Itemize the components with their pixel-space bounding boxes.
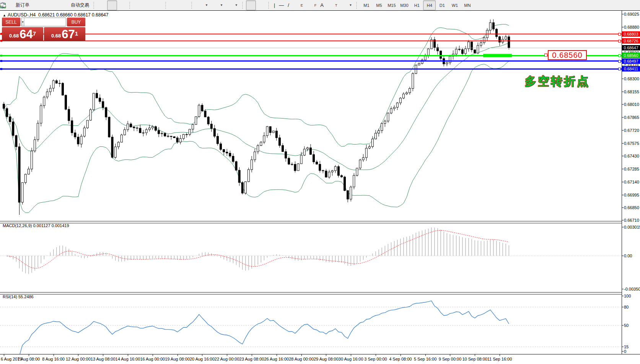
horizontal-line-button[interactable]: — [277, 0, 286, 10]
line-anchor[interactable] [0, 55, 2, 57]
metaquotes-button[interactable] [31, 0, 41, 10]
cursor-button[interactable] [246, 0, 256, 10]
price-label-anchor[interactable] [544, 54, 547, 57]
toolbar-group-handle[interactable] [191, 2, 194, 9]
current-price-line[interactable] [0, 48, 622, 48]
templates-button[interactable]: ▼ [225, 0, 240, 10]
toolbar-group-handle[interactable] [129, 2, 132, 9]
price-tick-mark [622, 130, 624, 130]
timeframe-m15-button[interactable]: M15 [385, 0, 398, 10]
candlestick-button[interactable] [107, 0, 117, 10]
chat-icon[interactable] [629, 2, 635, 8]
horizontal-line[interactable] [0, 55, 622, 56]
indicators-button[interactable]: ▼ [195, 0, 210, 10]
cn-text-annotation[interactable]: 多空转折点 [525, 74, 590, 89]
tile-windows-button[interactable] [153, 0, 163, 10]
panel-splitter-macd[interactable] [0, 221, 622, 223]
sell-price-main: 64 [20, 29, 33, 40]
volume-decrease-button[interactable]: ▼ [21, 18, 24, 26]
trendline-button[interactable]: / [286, 0, 291, 10]
community-button[interactable] [41, 0, 51, 10]
toolbar-group-handle[interactable] [268, 2, 270, 9]
collapse-arrow-icon[interactable]: ▲ [3, 13, 6, 17]
volume-input[interactable] [24, 18, 66, 26]
line-chart-button[interactable] [117, 0, 127, 10]
text-button[interactable]: A [318, 0, 326, 10]
crosshair-icon [258, 2, 264, 8]
new-order-button-label: 新订单 [16, 2, 29, 8]
autotrading-button[interactable]: 自动交易 [61, 0, 91, 10]
autotrading-button-label: 自动交易 [71, 2, 89, 8]
time-tick-label: 16 Aug 00:00 [140, 357, 165, 361]
sell-price-box[interactable]: 0.68 64 7 [2, 27, 43, 41]
macd-panel-canvas[interactable] [0, 223, 622, 292]
buy-price-box[interactable]: 0.68 67 1 [44, 27, 85, 41]
timeframe-m5-button[interactable]: M5 [373, 0, 385, 10]
arrows-button[interactable]: ▼ [339, 0, 354, 10]
line-anchor[interactable] [618, 68, 621, 70]
timeframe-h1-button[interactable]: H1 [410, 0, 423, 10]
channel-button[interactable]: E [291, 0, 305, 10]
price-label-annotation[interactable]: 0.68560 [548, 50, 587, 60]
chart-window: 6 Aug 20197 Aug 08:008 Aug 16:0012 Aug 0… [0, 10, 640, 364]
timeframe-h4-button[interactable]: H4 [423, 0, 436, 10]
price-tick-label: 0.68300 [624, 76, 639, 81]
crosshair-button[interactable] [256, 0, 266, 10]
zoom-out-icon [145, 2, 151, 8]
price-tick-mark [622, 220, 624, 221]
new-order-button[interactable]: 新订单 [6, 0, 31, 10]
timeframe-m1-button[interactable]: M1 [360, 0, 373, 10]
macd-tick-label: 0.003015 [624, 225, 640, 229]
time-tick-mark [450, 354, 450, 356]
horizontal-line[interactable] [0, 34, 622, 34]
search-icon[interactable] [617, 2, 623, 8]
line-anchor[interactable] [618, 54, 621, 57]
time-axis[interactable]: 6 Aug 20197 Aug 08:008 Aug 16:0012 Aug 0… [0, 354, 640, 364]
horizontal-line[interactable] [0, 41, 622, 41]
toolbar-group-handle[interactable] [242, 2, 244, 9]
signals-button[interactable] [51, 0, 61, 10]
bar-chart-icon [99, 2, 105, 8]
time-tick-label: 11 Sep 16:00 [487, 357, 512, 361]
time-tick-label: 30 Aug 16:00 [339, 357, 363, 361]
label-button[interactable]: T [326, 0, 339, 10]
price-tick-mark [622, 195, 624, 195]
timeframe-d1-button[interactable]: D1 [436, 0, 448, 10]
price-tick-mark [622, 156, 624, 156]
line-anchor[interactable] [618, 60, 621, 63]
rsi-panel-canvas[interactable] [0, 294, 622, 354]
buy-button[interactable]: BUY [67, 18, 85, 26]
shift-chart-button[interactable] [179, 0, 189, 10]
horizontal-line[interactable] [0, 68, 622, 70]
toolbar-group-handle[interactable] [165, 2, 168, 9]
zoom-out-button[interactable] [143, 0, 153, 10]
price-tick-mark [622, 27, 624, 27]
zoom-in-button[interactable] [133, 0, 143, 10]
main-chart-canvas[interactable] [0, 11, 622, 221]
rsi-tick-label: 0 [624, 349, 626, 354]
horizontal-line[interactable] [0, 60, 622, 62]
sell-button[interactable]: SELL [2, 18, 20, 26]
macd-tick-mark [622, 289, 624, 289]
line-anchor[interactable] [618, 40, 621, 42]
rsi-tick-label: 50 [624, 323, 629, 328]
timeframe-m30-button[interactable]: M30 [398, 0, 410, 10]
line-anchor[interactable] [0, 60, 2, 62]
periods-button[interactable]: ▼ [210, 0, 225, 10]
timeframe-mn-button[interactable]: MN [461, 0, 474, 10]
timeframe-w1-button[interactable]: W1 [448, 0, 461, 10]
line-anchor[interactable] [0, 68, 2, 70]
line-anchor[interactable] [618, 33, 621, 36]
toolbar-group-handle[interactable] [93, 2, 96, 9]
price-tick-label: 0.67865 [624, 115, 639, 120]
fibonacci-button[interactable]: F [305, 0, 319, 10]
time-tick-mark [153, 354, 153, 356]
sell-price-prefix: 0.68 [9, 32, 19, 40]
time-tick-label: 9 Sep 00:00 [439, 357, 461, 361]
auto-scroll-button[interactable] [169, 0, 179, 10]
time-tick-label: 4 Sep 08:00 [389, 357, 412, 361]
toolbar-group-handle[interactable] [356, 2, 358, 9]
panel-splitter-rsi[interactable] [0, 292, 622, 294]
vertical-line-button[interactable]: | [272, 0, 277, 10]
bar-chart-button[interactable] [97, 0, 107, 10]
